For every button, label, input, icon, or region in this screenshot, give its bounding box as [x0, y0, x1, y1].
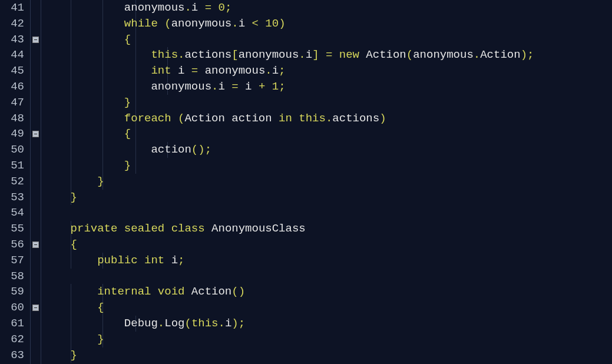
indent-guide [71, 126, 71, 142]
indent-guide [135, 32, 136, 48]
code-text: public int i; [44, 254, 184, 267]
code-line[interactable]: this.actions[anonymous.i] = new Action(a… [44, 47, 612, 63]
token: ; [279, 80, 285, 93]
fold-toggle-icon[interactable] [32, 131, 39, 137]
code-line[interactable]: anonymous.i = i + 1; [44, 79, 612, 95]
line-number: 53 [5, 190, 24, 206]
indent-guide [102, 0, 103, 16]
indent-guide [135, 63, 136, 79]
code-text: internal void Action() [44, 285, 245, 298]
token: . [211, 80, 218, 93]
token: 10 [265, 17, 279, 30]
fold-column[interactable] [31, 0, 41, 364]
code-line[interactable] [44, 205, 612, 221]
token: void [158, 285, 191, 298]
token: i [171, 254, 178, 267]
line-number: 45 [5, 63, 24, 79]
token: = [205, 1, 219, 14]
code-line[interactable]: int i = anonymous.i; [44, 63, 612, 79]
token: + [259, 80, 272, 93]
token: ; [205, 143, 211, 156]
token: i [272, 64, 279, 77]
code-line[interactable]: } [44, 95, 612, 111]
token: anonymous [151, 80, 211, 93]
token: Action [480, 48, 520, 61]
line-number: 58 [5, 269, 24, 284]
token: Log [164, 317, 184, 330]
indent-guide [167, 47, 168, 63]
token: = [326, 48, 339, 61]
indent-guide [71, 316, 71, 332]
code-line[interactable]: Debug.Log(this.i); [44, 316, 612, 332]
token: } [124, 159, 131, 172]
indent-guide [71, 95, 71, 111]
token: in [279, 112, 299, 125]
indent-guide [71, 63, 71, 79]
token: { [71, 238, 77, 251]
code-line[interactable]: action(); [44, 142, 612, 158]
token: int [151, 64, 178, 77]
code-line[interactable]: anonymous.i = 0; [44, 0, 612, 16]
indent-guide [71, 16, 71, 32]
token: ( [406, 48, 413, 61]
token: AnonymousClass [211, 222, 306, 235]
token: anonymous [171, 17, 232, 30]
fold-toggle-icon[interactable] [32, 37, 39, 43]
code-text: } [44, 191, 77, 204]
code-line[interactable]: } [44, 332, 612, 348]
indent-guide [135, 95, 136, 111]
code-editor[interactable]: 4142434445464748495051525354555657585960… [0, 0, 612, 364]
token: 1 [272, 80, 279, 93]
indent-guide [167, 142, 168, 158]
code-line[interactable]: { [44, 126, 612, 142]
indent-guide [102, 111, 103, 127]
code-line[interactable]: public int i; [44, 253, 612, 269]
token: ( [178, 112, 184, 125]
token: this [151, 48, 178, 61]
token: ; [279, 64, 285, 77]
indent-guide [71, 0, 71, 16]
token: ; [239, 317, 245, 330]
line-number: 49 [5, 126, 24, 142]
line-number: 60 [5, 300, 24, 316]
code-line[interactable]: internal void Action() [44, 284, 612, 300]
code-line[interactable]: private sealed class AnonymousClass [44, 221, 612, 237]
code-line[interactable]: while (anonymous.i < 10) [44, 16, 612, 32]
token: . [178, 48, 184, 61]
code-area[interactable]: anonymous.i = 0; while (anonymous.i < 10… [41, 0, 612, 364]
code-line[interactable]: } [44, 348, 612, 363]
indent-guide [102, 158, 103, 174]
code-line[interactable]: } [44, 158, 612, 174]
indent-guide [71, 79, 71, 95]
code-line[interactable]: { [44, 237, 612, 253]
line-number: 48 [5, 111, 24, 127]
indent-guide [135, 16, 136, 32]
code-text: Debug.Log(this.i); [44, 317, 245, 330]
indent-guide [135, 158, 136, 174]
code-line[interactable]: } [44, 190, 612, 206]
code-line[interactable]: } [44, 174, 612, 190]
indent-guide [102, 95, 103, 111]
code-text: action(); [44, 143, 211, 156]
code-text: } [44, 349, 77, 362]
fold-toggle-icon[interactable] [32, 241, 39, 248]
token: i [245, 80, 259, 93]
code-line[interactable]: { [44, 32, 612, 48]
indent-guide [102, 142, 103, 158]
code-text: { [44, 33, 131, 46]
indent-guide [71, 190, 71, 206]
code-line[interactable] [44, 269, 612, 284]
code-line[interactable]: foreach (Action action in this.actions) [44, 111, 612, 127]
code-line[interactable]: { [44, 300, 612, 316]
token: i [225, 317, 231, 330]
fold-toggle-icon[interactable] [32, 305, 39, 311]
code-text: private sealed class AnonymousClass [44, 222, 306, 235]
token: ; [178, 254, 184, 267]
indent-guide [135, 79, 136, 95]
token: new [339, 48, 366, 61]
line-number: 41 [5, 0, 24, 16]
token: actions [184, 48, 231, 61]
indent-guide [102, 63, 103, 79]
token: foreach [124, 112, 178, 125]
indent-guide [71, 332, 71, 348]
